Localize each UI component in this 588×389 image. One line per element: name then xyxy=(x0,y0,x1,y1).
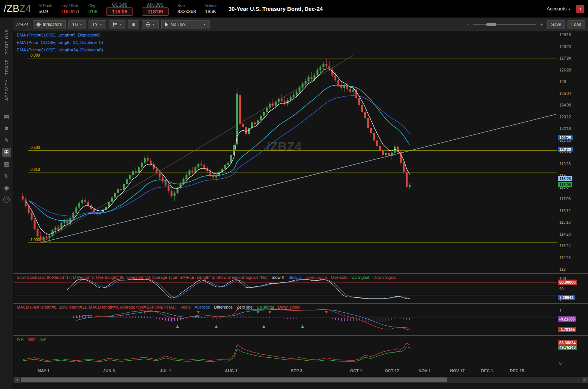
time-axis-label: JUL 1 xyxy=(156,369,175,373)
axis-label: 127'24 xyxy=(559,56,571,60)
scrollbar-track[interactable] xyxy=(20,377,581,383)
last-size-label: Last / Size xyxy=(61,4,78,8)
sidebar-tab-activity[interactable]: ACTIVITY xyxy=(4,79,9,101)
scroll-right-arrow[interactable]: ► xyxy=(581,377,588,383)
add-tab-button[interactable]: + xyxy=(576,5,584,13)
indicators-button[interactable]: Indicators xyxy=(33,20,66,29)
chevron-down-icon: ▼ xyxy=(568,8,571,11)
chart-toolbar: /ZBZ4 Indicators 1D ▼ 1Y ▼ ▼ ⚙ xyxy=(13,18,588,31)
axis-badge: 7.29643 xyxy=(558,295,575,300)
axis-label: 119'28 xyxy=(559,162,571,166)
up-signal-arrow xyxy=(176,325,179,328)
down-signal-arrow xyxy=(256,311,259,314)
last-size-value: /1 xyxy=(76,9,79,14)
zoom-slider[interactable] xyxy=(473,24,536,25)
axis-label: 125'04 xyxy=(559,91,571,96)
ema-study-labels: EMA (Price=CLOSE, Length=5, Displace=0) … xyxy=(17,33,103,55)
axis-label: 129'16 xyxy=(559,32,571,37)
ask-button[interactable]: 118'09 xyxy=(142,7,169,16)
gear-icon: ⚙ xyxy=(132,22,136,27)
down-signal-arrow xyxy=(143,311,146,314)
legend-item: IVR xyxy=(17,337,23,341)
axis-badge: 118'09 xyxy=(558,182,572,187)
stochastic-axis[interactable]: 10050080.000007.29643 xyxy=(557,274,588,303)
chart-style-dropdown[interactable]: ▼ xyxy=(109,20,125,29)
ivr-legend: IVRhighlow xyxy=(17,337,46,341)
timeframe-dropdown[interactable]: 1D ▼ xyxy=(68,20,86,29)
ask-label: Ask (Buy) xyxy=(147,2,163,7)
ema-5-label[interactable]: EMA (Price=CLOSE, Length=5, Displace=0) xyxy=(17,33,103,37)
zoom-slider-thumb[interactable] xyxy=(486,23,496,26)
macd-legend: MACD (Fast length=8, Slow length=21, MAC… xyxy=(17,305,300,309)
chg-label: Chg xyxy=(89,4,95,8)
scroll-left-arrow[interactable]: ◄ xyxy=(13,377,20,383)
sidebar-tabs: POSITIONSTRADEACTIVITY xyxy=(4,25,9,105)
chevron-down-icon: ▼ xyxy=(119,23,122,26)
order-list-icon[interactable]: ≡ xyxy=(2,124,11,133)
volume-field: Volume 185K xyxy=(205,4,217,14)
up-signal-arrow xyxy=(301,325,304,328)
tiles-icon[interactable]: ▦ xyxy=(2,160,11,169)
grid-icon[interactable]: ⊞ xyxy=(2,148,11,157)
sidebar-gadget-icons: ▤≡✎⊞▦↻◉? xyxy=(2,111,11,205)
size-value: 833x368 xyxy=(178,9,196,14)
candlestick-style-icon xyxy=(112,22,117,27)
price-plot[interactable]: 0.0000.5000.6181.000 xyxy=(13,31,557,273)
iv-rank-value: 50.9 xyxy=(39,9,48,14)
zoom-in-button[interactable]: + xyxy=(539,22,545,28)
macd-average-line xyxy=(76,309,410,328)
chevron-down-icon: ▼ xyxy=(80,23,82,26)
down-signal-arrow xyxy=(325,311,328,314)
price-axis[interactable]: 129'16128'20127'24126'28126125'04124'081… xyxy=(557,31,588,273)
zoom-out-button[interactable]: - xyxy=(466,22,470,28)
horizontal-scrollbar[interactable]: ◄ ► xyxy=(13,376,588,383)
svg-text:1.000: 1.000 xyxy=(31,238,40,242)
legend-item: Down signal xyxy=(278,305,300,309)
monitor-icon[interactable]: ▤ xyxy=(2,112,11,121)
chg-value: 0'08 xyxy=(89,9,98,14)
iv-rank-field: IV Rank 50.9 xyxy=(39,4,52,14)
drawing-tool-value: No Tool xyxy=(170,22,185,27)
bid-button[interactable]: 118'08 xyxy=(106,7,133,16)
chart-settings-button[interactable]: ⚙ xyxy=(128,20,140,29)
scrollbar-thumb[interactable] xyxy=(21,377,447,382)
grid-layout-dropdown[interactable]: ▼ xyxy=(142,20,159,29)
axis-label: 124'08 xyxy=(559,103,571,107)
ema-34-label[interactable]: EMA (Price=CLOSE, Length=34, Displace=0) xyxy=(17,48,103,52)
load-button[interactable]: Load xyxy=(568,20,585,29)
legend-item: Slow K xyxy=(272,275,284,280)
macd-axis[interactable]: 1-0.21395-1.70195 xyxy=(557,304,588,335)
time-axis-label: OCT 1 xyxy=(346,369,366,373)
svg-text:0.500: 0.500 xyxy=(31,146,40,150)
accounts-dropdown[interactable]: Accounts ▼ xyxy=(547,6,571,12)
down-signal-arrow xyxy=(268,311,271,314)
axis-label: 0 xyxy=(559,361,562,366)
ivr-plot[interactable] xyxy=(13,336,557,366)
range-dropdown[interactable]: 1Y ▼ xyxy=(89,20,106,29)
ema-21-label[interactable]: EMA (Price=CLOSE, Length=21, Displace=0) xyxy=(17,40,103,45)
legend-item: Value xyxy=(180,305,191,309)
symbol-display: /ZBZ4 xyxy=(4,3,31,15)
drawing-tool-dropdown[interactable]: No Tool ▼ xyxy=(161,20,210,29)
history-icon[interactable]: ↻ xyxy=(2,172,11,181)
svg-text:0.618: 0.618 xyxy=(31,168,40,172)
legend-item: Overbought xyxy=(306,275,327,280)
last-value: 118'09 xyxy=(61,9,75,14)
users-icon[interactable]: ◉ xyxy=(2,184,11,192)
indicators-label: Indicators xyxy=(43,22,62,27)
legend-item: Slow Stochastic (K Period=14, D Period=9… xyxy=(17,275,268,280)
legend-item: Difference xyxy=(214,305,233,309)
notes-icon[interactable]: ✎ xyxy=(2,136,11,145)
volume-value: 185K xyxy=(205,9,216,14)
slow-k-line xyxy=(67,279,410,299)
indicators-icon xyxy=(36,22,41,27)
sidebar-tab-trade[interactable]: TRADE xyxy=(4,59,9,75)
sidebar-tab-positions[interactable]: POSITIONS xyxy=(4,29,9,55)
ivr-high-line xyxy=(23,343,410,361)
time-axis-label: OCT 17 xyxy=(382,369,402,373)
ivr-axis[interactable]: 063.3863449.75243 xyxy=(557,336,588,366)
left-sidebar: POSITIONSTRADEACTIVITY ▤≡✎⊞▦↻◉? xyxy=(0,18,13,389)
help-icon[interactable]: ? xyxy=(3,197,10,203)
save-button[interactable]: Save xyxy=(547,20,565,29)
time-axis[interactable]: MAY 1JUN 3JUL 1AUG 1SEP 3OCT 1OCT 17NOV … xyxy=(13,366,588,376)
